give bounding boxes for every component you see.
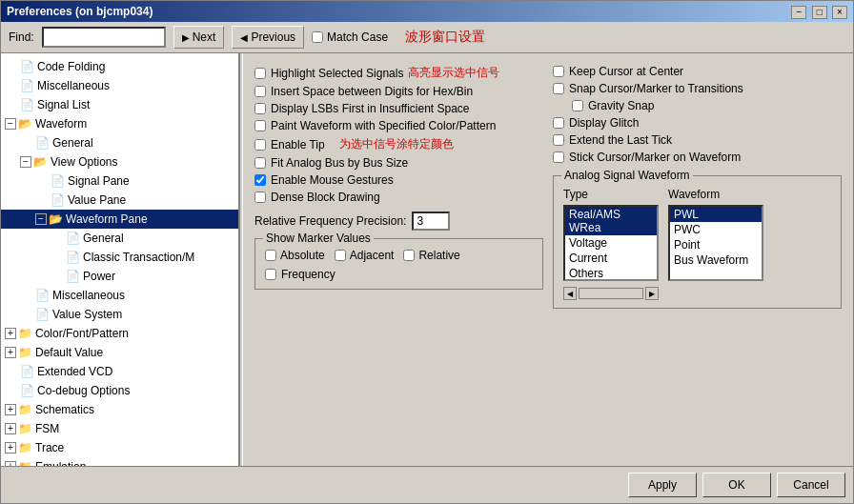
adjacent-label[interactable]: Adjacent	[335, 249, 395, 262]
ok-button[interactable]: OK	[702, 473, 771, 497]
waveform-header: Waveform	[668, 188, 763, 201]
doc-icon: 📄	[35, 306, 50, 323]
expand-icon[interactable]: +	[5, 347, 16, 358]
expand-icon[interactable]: +	[5, 328, 16, 339]
enable-tip-label: Enable Tip	[271, 138, 325, 151]
sidebar-item-code-folding[interactable]: 📄 Code Folding	[1, 57, 238, 76]
cancel-button[interactable]: Cancel	[777, 473, 845, 497]
sidebar-item-co-debug[interactable]: 📄 Co-debug Options	[1, 381, 238, 400]
sidebar-item-extended-vcd[interactable]: 📄 Extended VCD	[1, 362, 238, 381]
doc-icon: 📄	[35, 287, 50, 304]
title-bar-controls: − □ ×	[789, 5, 847, 19]
sidebar-item-fsm[interactable]: + 📁 FSM	[1, 419, 238, 438]
find-input[interactable]	[42, 27, 166, 48]
keep-cursor-checkbox[interactable]	[553, 66, 564, 77]
freq-label: Relative Frequency Precision:	[254, 214, 406, 228]
expand-icon[interactable]: +	[5, 442, 16, 454]
sidebar-item-trace[interactable]: + 📁 Trace	[1, 438, 238, 457]
apply-button[interactable]: Apply	[628, 473, 697, 497]
sidebar-item-miscellaneous[interactable]: 📄 Miscellaneous	[1, 76, 238, 95]
sidebar-item-general[interactable]: 📄 General	[1, 133, 238, 152]
previous-button[interactable]: ◀ Previous	[232, 26, 304, 49]
sidebar-item-waveform-pane[interactable]: − 📂 Waveform Pane	[1, 210, 238, 229]
next-button[interactable]: ▶ Next	[173, 26, 225, 49]
type-item-others[interactable]: Others	[565, 266, 657, 281]
absolute-checkbox[interactable]	[265, 250, 276, 261]
doc-icon: 📄	[20, 382, 34, 399]
sidebar-item-waveform[interactable]: − 📂 Waveform	[1, 114, 238, 133]
content-area: 📄 Code Folding 📄 Miscellaneous 📄 Signal …	[1, 53, 853, 466]
absolute-label[interactable]: Absolute	[265, 249, 325, 262]
expand-icon[interactable]: −	[35, 213, 47, 225]
sidebar-item-value-pane[interactable]: 📄 Value Pane	[1, 191, 238, 210]
paint-waveform-label: Paint Waveform with Specified Color/Patt…	[271, 119, 496, 132]
waveform-item-bus[interactable]: Bus Waveform	[670, 252, 762, 268]
fit-analog-checkbox[interactable]	[254, 157, 266, 169]
toolbar: Find: ▶ Next ◀ Previous Match Case 波形窗口设…	[1, 22, 853, 53]
window-title: Preferences (on bjcmp034)	[7, 5, 152, 18]
next-label: Next	[193, 30, 216, 44]
scroll-left-btn[interactable]: ◀	[563, 287, 577, 300]
type-list[interactable]: Real/AMS WRea Voltage Current Others	[563, 205, 659, 281]
waveform-item-point[interactable]: Point	[670, 237, 762, 252]
sidebar-item-signal-list[interactable]: 📄 Signal List	[1, 95, 238, 114]
waveform-list[interactable]: PWL PWC Point Bus Waveform	[668, 205, 763, 281]
sidebar-item-color-font[interactable]: + 📁 Color/Font/Pattern	[1, 324, 238, 343]
doc-icon: 📄	[35, 134, 50, 151]
match-case-checkbox[interactable]	[312, 31, 323, 43]
frequency-checkbox[interactable]	[265, 269, 276, 280]
sidebar-item-general2[interactable]: 📄 General	[1, 229, 238, 248]
scroll-right-btn[interactable]: ▶	[645, 287, 659, 300]
type-item-real[interactable]: Real/AMS WRea	[565, 207, 657, 235]
insert-space-checkbox[interactable]	[254, 86, 266, 97]
doc-icon: 📄	[51, 172, 65, 190]
display-lsbs-checkbox[interactable]	[254, 103, 266, 114]
folder-open-icon: 📂	[49, 211, 63, 228]
dense-block-checkbox[interactable]	[254, 192, 266, 203]
sidebar-item-view-options[interactable]: − 📂 View Options	[1, 152, 238, 171]
sidebar-item-emulation[interactable]: + 📁 Emulation	[1, 457, 238, 466]
doc-icon: 📄	[51, 192, 65, 209]
display-glitch-checkbox[interactable]	[553, 117, 564, 129]
adjacent-checkbox[interactable]	[335, 250, 346, 261]
sidebar-item-miscellaneous2[interactable]: 📄 Miscellaneous	[1, 286, 238, 305]
option-display-lsbs: Display LSBs First in Insufficient Space	[254, 100, 543, 117]
waveform-item-pwl[interactable]: PWL	[670, 207, 762, 222]
sidebar-item-classic-transaction[interactable]: 📄 Classic Transaction/M	[1, 248, 238, 267]
highlight-signals-checkbox[interactable]	[254, 68, 266, 79]
type-item-current[interactable]: Current	[565, 251, 657, 266]
waveform-item-pwc[interactable]: PWC	[670, 222, 762, 237]
doc-icon: 📄	[20, 96, 34, 113]
relative-checkbox[interactable]	[403, 250, 415, 261]
expand-icon[interactable]: −	[5, 118, 16, 130]
sidebar-item-signal-pane[interactable]: 📄 Signal Pane	[1, 171, 238, 191]
arrow-right-icon: ▶	[182, 32, 190, 43]
sidebar-item-value-system[interactable]: 📄 Value System	[1, 305, 238, 324]
enable-tip-checkbox[interactable]	[254, 139, 266, 151]
left-options: Highlight Selected Signals 高亮显示选中信号 Inse…	[254, 63, 543, 309]
paint-waveform-checkbox[interactable]	[254, 120, 266, 131]
minimize-button[interactable]: −	[791, 6, 806, 19]
gravity-snap-checkbox[interactable]	[572, 100, 583, 111]
analog-group-title: Analog Signal Waveform	[561, 169, 693, 182]
enable-mouse-label: Enable Mouse Gestures	[271, 173, 394, 187]
expand-icon[interactable]: +	[5, 404, 16, 415]
sidebar-item-power[interactable]: 📄 Power	[1, 267, 238, 286]
relative-label[interactable]: Relative	[403, 249, 459, 262]
sidebar-item-default-value[interactable]: + 📁 Default Value	[1, 343, 238, 362]
snap-cursor-checkbox[interactable]	[553, 83, 564, 94]
maximize-button[interactable]: □	[812, 6, 827, 19]
option-stick-cursor: Stick Cursor/Marker on Waveform	[553, 149, 842, 166]
enable-mouse-checkbox[interactable]	[254, 174, 266, 186]
type-item-voltage[interactable]: Voltage	[565, 235, 657, 251]
match-case-checkbox-label[interactable]: Match Case	[312, 30, 388, 44]
extend-last-checkbox[interactable]	[553, 134, 564, 146]
scroll-track[interactable]	[579, 288, 643, 299]
expand-icon[interactable]: +	[5, 423, 16, 434]
expand-icon[interactable]: −	[20, 156, 31, 168]
stick-cursor-checkbox[interactable]	[553, 151, 564, 163]
close-button[interactable]: ×	[832, 6, 847, 19]
chinese-title: 波形窗口设置	[405, 29, 485, 46]
sidebar-item-schematics[interactable]: + 📁 Schematics	[1, 400, 238, 419]
freq-input[interactable]	[412, 212, 450, 231]
